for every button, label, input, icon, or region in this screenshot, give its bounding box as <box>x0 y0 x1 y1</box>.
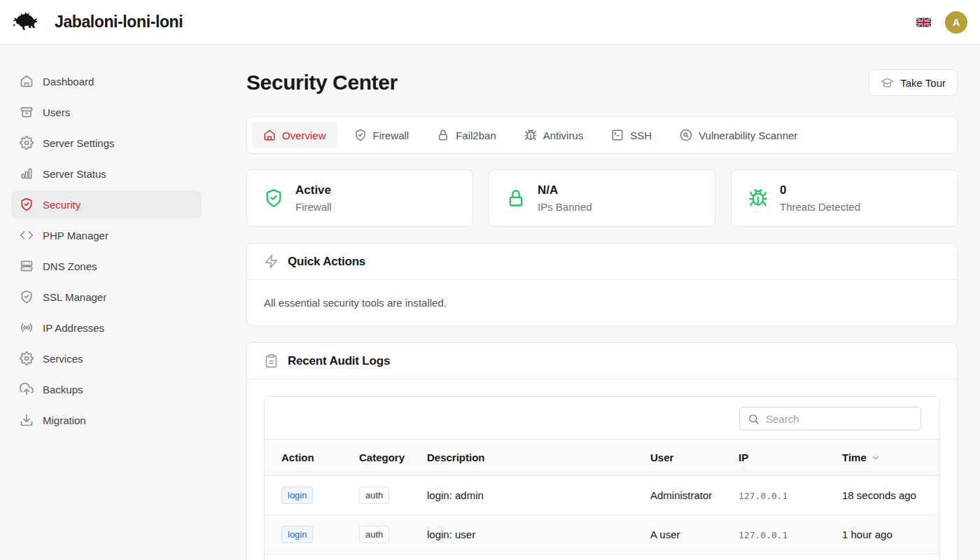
action-badge: login <box>281 526 313 543</box>
sidebar-item-users[interactable]: Users <box>11 98 202 126</box>
shield-check-icon <box>20 290 34 304</box>
radio-icon <box>20 321 34 335</box>
home-icon <box>263 129 276 141</box>
bug-icon <box>524 129 537 141</box>
sidebar-item-label: IP Addresses <box>43 322 104 334</box>
table-header-row: Action Category Description User IP Time <box>265 440 939 476</box>
chevron-down-icon <box>871 453 881 463</box>
sidebar-item-backups[interactable]: Backups <box>11 375 202 403</box>
table-row: login auth login: user A user 127.0.0.1 … <box>265 515 939 554</box>
user-cell: Administrator <box>650 476 738 515</box>
tab-label: Antivirus <box>543 130 584 141</box>
sidebar-item-label: SSL Manager <box>43 291 106 303</box>
language-flag-button[interactable] <box>915 16 932 29</box>
audit-logs-panel: Recent Audit Logs <box>246 342 958 560</box>
tab-label: SSH <box>630 130 652 141</box>
tab-label: Fail2ban <box>456 130 496 141</box>
cloud-upload-icon <box>20 382 34 396</box>
code-icon <box>20 228 34 242</box>
bar-chart-icon <box>20 167 34 181</box>
graduation-cap-icon <box>881 76 894 90</box>
main-content: Security Center Take Tour Overview Firew… <box>213 45 980 560</box>
search-icon <box>748 413 760 425</box>
server-icon <box>20 259 34 273</box>
uk-flag-icon <box>916 18 931 27</box>
stat-label: Threats Detected <box>780 201 860 213</box>
description-cell: login: admin <box>427 476 650 515</box>
panel-title: Recent Audit Logs <box>288 354 390 368</box>
sidebar-item-services[interactable]: Services <box>11 344 202 372</box>
sidebar-item-migration[interactable]: Migration <box>11 406 202 434</box>
security-tabs: Overview Firewall Fail2ban Antivirus SSH… <box>246 116 958 154</box>
sidebar-item-label: PHP Manager <box>43 230 108 241</box>
search-circle-icon <box>680 129 692 141</box>
tab-firewall[interactable]: Firewall <box>343 122 421 148</box>
sidebar-item-php-manager[interactable]: PHP Manager <box>11 221 202 249</box>
tab-vulnerability-scanner[interactable]: Vulnerability Scanner <box>668 122 808 148</box>
lock-icon <box>506 188 526 208</box>
ip-cell: 127.0.0.1 <box>738 530 788 540</box>
boar-logo-icon <box>13 10 45 34</box>
sidebar-item-label: Security <box>43 199 80 211</box>
bug-icon <box>748 188 768 208</box>
sidebar-item-security[interactable]: Security <box>11 190 202 218</box>
tab-overview[interactable]: Overview <box>252 122 337 148</box>
archive-icon <box>20 105 34 119</box>
sidebar-item-server-status[interactable]: Server Status <box>11 160 202 188</box>
column-header-action[interactable]: Action <box>265 440 359 476</box>
column-header-ip[interactable]: IP <box>738 440 842 476</box>
sidebar-item-label: Server Settings <box>43 137 115 149</box>
tab-fail2ban[interactable]: Fail2ban <box>426 122 507 148</box>
audit-logs-table: Action Category Description User IP Time <box>265 439 939 560</box>
tab-ssh[interactable]: SSH <box>600 122 663 148</box>
panel-title: Quick Actions <box>288 255 365 269</box>
sidebar-item-ssl-manager[interactable]: SSL Manager <box>11 283 202 311</box>
avatar-initial: A <box>953 17 960 28</box>
sidebar-item-server-settings[interactable]: Server Settings <box>11 129 202 157</box>
sidebar-item-label: Server Status <box>43 168 106 180</box>
threats-detected-card: 0 Threats Detected <box>731 169 958 227</box>
sidebar-item-label: Users <box>43 106 70 118</box>
page-title: Security Center <box>246 71 398 94</box>
user-cell: A user <box>650 515 738 554</box>
sidebar-item-dns-zones[interactable]: DNS Zones <box>11 252 202 280</box>
status-cards: Active Firewall N/A IPs Banned 0 Threats… <box>246 169 958 227</box>
column-header-user[interactable]: User <box>650 440 738 476</box>
table-row: login auth login: admin Administrator 12… <box>265 476 939 515</box>
sidebar-item-ip-addresses[interactable]: IP Addresses <box>11 314 202 342</box>
sidebar-item-label: Services <box>43 353 83 365</box>
column-header-category[interactable]: Category <box>359 440 427 476</box>
sidebar-item-dashboard[interactable]: Dashboard <box>11 67 202 95</box>
stat-value: 0 <box>780 183 860 197</box>
ip-cell: 127.0.0.1 <box>738 491 788 501</box>
category-badge: auth <box>359 486 389 504</box>
audit-logs-table-container: Action Category Description User IP Time <box>264 396 940 560</box>
search-box <box>739 407 921 430</box>
ips-banned-card: N/A IPs Banned <box>489 169 715 227</box>
lock-icon <box>437 129 449 141</box>
tab-label: Firewall <box>373 130 410 141</box>
shield-check-icon <box>354 129 367 141</box>
quick-actions-message: All essential security tools are install… <box>264 297 940 309</box>
column-header-time[interactable]: Time <box>842 440 939 476</box>
sidebar-item-label: Migration <box>43 414 86 426</box>
sidebar-item-label: Dashboard <box>43 76 94 88</box>
stat-label: IPs Banned <box>538 201 592 213</box>
stat-value: Active <box>295 183 332 197</box>
table-row-partial <box>265 554 939 560</box>
sidebar: Dashboard Users Server Settings Server S… <box>0 45 213 560</box>
tab-label: Vulnerability Scanner <box>699 130 797 141</box>
sidebar-item-label: DNS Zones <box>43 260 97 272</box>
app-header: Jabaloni-loni-loni A <box>0 0 980 45</box>
description-cell: login: user <box>427 515 650 554</box>
action-badge: login <box>281 486 313 504</box>
lightning-icon <box>264 254 279 269</box>
stat-label: Firewall <box>295 201 332 213</box>
search-input[interactable] <box>766 413 913 425</box>
tab-antivirus[interactable]: Antivirus <box>513 122 595 148</box>
column-header-description[interactable]: Description <box>427 440 650 476</box>
take-tour-button[interactable]: Take Tour <box>869 69 958 96</box>
app-title: Jabaloni-loni-loni <box>55 13 183 31</box>
time-cell: 18 seconds ago <box>842 476 939 515</box>
avatar[interactable]: A <box>945 11 967 34</box>
